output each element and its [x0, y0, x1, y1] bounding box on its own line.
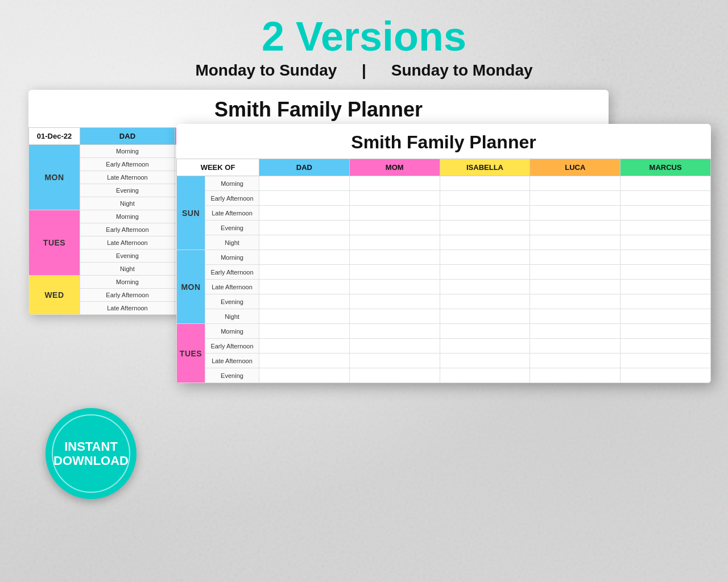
- front-data-cell: [530, 354, 621, 368]
- front-data-cell: [349, 368, 440, 383]
- time-slot: Early Afternoon: [80, 158, 175, 171]
- front-time-slot: Night: [205, 235, 259, 250]
- front-data-cell: [259, 221, 350, 235]
- front-data-cell: [440, 354, 530, 368]
- front-day-cell-sun: SUN: [177, 176, 205, 250]
- subtitle-sep: |: [362, 61, 366, 79]
- front-data-cell: [530, 191, 621, 206]
- front-time-slot: Evening: [205, 221, 259, 235]
- front-planner-table: WEEK OF DAD MOM ISABELLA LUCA MARCUS SUN…: [176, 159, 711, 383]
- time-slot: Evening: [80, 250, 175, 263]
- front-data-cell: [440, 309, 530, 324]
- front-data-cell: [530, 265, 621, 280]
- front-data-cell: [440, 176, 530, 191]
- front-time-slot: Morning: [205, 176, 259, 191]
- front-data-cell: [530, 339, 621, 354]
- front-data-cell: [440, 368, 530, 383]
- front-marcus-header: MARCUS: [621, 159, 711, 176]
- front-data-cell: [530, 235, 621, 250]
- front-data-cell: [349, 280, 440, 294]
- front-time-slot: Evening: [205, 294, 259, 309]
- front-data-cell: [440, 280, 530, 294]
- front-data-cell: [530, 221, 621, 235]
- front-data-cell: [621, 206, 711, 221]
- front-data-cell: [440, 191, 530, 206]
- front-data-cell: [440, 221, 530, 235]
- front-luca-header: LUCA: [530, 159, 621, 176]
- front-data-cell: [349, 191, 440, 206]
- front-data-cell: [621, 354, 711, 368]
- subtitle-right: Sunday to Monday: [391, 61, 533, 79]
- front-data-cell: [349, 309, 440, 324]
- subtitle-left: Monday to Sunday: [195, 61, 337, 79]
- day-cell-tues: TUES: [29, 210, 80, 276]
- front-isabella-header: ISABELLA: [440, 159, 530, 176]
- front-data-cell: [349, 294, 440, 309]
- page-header: 2 Versions Monday to Sunday | Sunday to …: [0, 0, 728, 90]
- front-data-cell: [259, 368, 350, 383]
- front-data-cell: [440, 339, 530, 354]
- time-slot: Morning: [80, 276, 175, 289]
- front-data-cell: [259, 250, 350, 265]
- front-data-cell: [530, 294, 621, 309]
- front-data-cell: [530, 324, 621, 339]
- front-data-cell: [440, 265, 530, 280]
- time-slot: Late Afternoon: [80, 236, 175, 250]
- front-data-cell: [259, 265, 350, 280]
- front-time-slot: Morning: [205, 324, 259, 339]
- back-planner-title: Smith Family Planner: [28, 90, 609, 127]
- front-day-cell-tues: TUES: [177, 324, 205, 383]
- front-time-slot: Late Afternoon: [205, 280, 259, 294]
- front-data-cell: [530, 309, 621, 324]
- planner-container: Smith Family Planner 01-Dec-22 DAD MOM I…: [28, 90, 700, 533]
- front-data-cell: [621, 339, 711, 354]
- main-title: 2 Versions: [0, 16, 728, 57]
- front-data-cell: [259, 206, 350, 221]
- day-cell-wed: WED: [29, 276, 80, 315]
- time-slot: Morning: [80, 145, 175, 158]
- front-time-slot: Evening: [205, 368, 259, 383]
- front-dad-header: DAD: [259, 159, 350, 176]
- front-data-cell: [349, 250, 440, 265]
- time-slot: Evening: [80, 184, 175, 197]
- date-header: 01-Dec-22: [29, 128, 80, 145]
- badge-text: INSTANT DOWNLOAD: [53, 439, 129, 468]
- front-data-cell: [621, 221, 711, 235]
- front-data-cell: [349, 339, 440, 354]
- front-time-slot: Late Afternoon: [205, 206, 259, 221]
- subtitle: Monday to Sunday | Sunday to Monday: [0, 61, 728, 80]
- front-data-cell: [259, 280, 350, 294]
- front-data-cell: [621, 235, 711, 250]
- front-mom-header: MOM: [349, 159, 440, 176]
- front-planner: Smith Family Planner WEEK OF DAD MOM ISA…: [176, 124, 711, 383]
- time-slot: Night: [80, 263, 175, 276]
- front-time-slot: Early Afternoon: [205, 339, 259, 354]
- front-data-cell: [259, 294, 350, 309]
- day-cell-mon: MON: [29, 145, 80, 210]
- front-data-cell: [259, 309, 350, 324]
- front-data-cell: [530, 206, 621, 221]
- front-data-cell: [349, 265, 440, 280]
- front-data-cell: [440, 294, 530, 309]
- front-data-cell: [621, 191, 711, 206]
- front-data-cell: [621, 176, 711, 191]
- front-data-cell: [259, 354, 350, 368]
- front-time-slot: Late Afternoon: [205, 354, 259, 368]
- front-data-cell: [349, 221, 440, 235]
- time-slot: Late Afternoon: [80, 171, 175, 184]
- front-data-cell: [621, 309, 711, 324]
- front-data-cell: [259, 324, 350, 339]
- front-time-slot: Early Afternoon: [205, 191, 259, 206]
- front-data-cell: [621, 294, 711, 309]
- front-planner-title: Smith Family Planner: [176, 124, 711, 159]
- front-data-cell: [530, 176, 621, 191]
- badge-line1: INSTANT: [53, 439, 129, 454]
- front-data-cell: [621, 324, 711, 339]
- front-time-slot: Early Afternoon: [205, 265, 259, 280]
- front-time-slot: Morning: [205, 250, 259, 265]
- front-data-cell: [349, 354, 440, 368]
- front-data-cell: [530, 250, 621, 265]
- week-of-header: WEEK OF: [177, 159, 259, 176]
- front-data-cell: [440, 235, 530, 250]
- front-data-cell: [621, 265, 711, 280]
